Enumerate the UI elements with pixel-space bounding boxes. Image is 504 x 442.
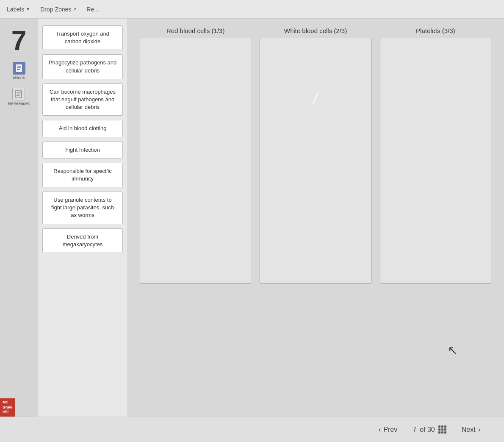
drop-column-col3: Platelets (3/3) — [380, 27, 491, 284]
left-sidebar: 7 eBook References — [0, 19, 38, 417]
top-bar: Labels ▼ Drop Zones ↗ Re... — [0, 0, 504, 19]
svg-rect-1 — [17, 66, 21, 67]
page-indicator: 7 of 30 — [413, 425, 446, 434]
drop-zones-tab-text: Drop Zones — [40, 6, 71, 13]
next-button[interactable]: Next › — [455, 423, 487, 437]
svg-rect-2 — [17, 67, 21, 68]
label-card-7[interactable]: Derived from megakaryocytes — [42, 228, 123, 253]
current-page: 7 — [413, 426, 416, 434]
label-card-2[interactable]: Can become macrophages that engulf patho… — [42, 83, 123, 116]
references-label: References — [8, 101, 30, 106]
references-tool[interactable]: References — [8, 88, 30, 106]
label-card-6[interactable]: Use granule contents to fight large para… — [42, 192, 123, 224]
labels-panel: Transport oxygen and carbon dioxidePhago… — [38, 19, 127, 417]
main-area: 7 eBook References — [0, 19, 504, 417]
reset-tab-text: Re... — [86, 6, 99, 13]
drop-column-header-col2: White blood cells (2/3) — [260, 27, 371, 34]
svg-rect-7 — [17, 95, 19, 96]
references-icon — [12, 88, 25, 100]
logo-line2: Graw — [3, 405, 12, 410]
ebook-label: eBook — [13, 75, 25, 80]
drop-column-col2: White blood cells (2/3)/ — [260, 27, 371, 284]
label-card-3[interactable]: Aid in blood clotting — [42, 120, 123, 137]
ebook-icon — [13, 62, 25, 75]
logo-line3: Hill — [3, 410, 12, 415]
drop-zones-tab[interactable]: Drop Zones ↗ — [40, 6, 76, 13]
labels-arrow-icon: ▼ — [26, 7, 30, 11]
label-card-4[interactable]: Fight Infection — [42, 142, 123, 158]
svg-rect-5 — [17, 92, 21, 93]
svg-rect-6 — [17, 94, 21, 95]
prev-arrow-icon: ‹ — [379, 426, 381, 434]
drop-area: Red blood cells (1/3)White blood cells (… — [127, 19, 504, 417]
ebook-tool[interactable]: eBook — [13, 62, 25, 80]
labels-tab-text: Labels — [7, 6, 24, 13]
label-card-1[interactable]: Phagocytize pathogens and cellular debri… — [42, 54, 123, 79]
drop-zone-box-col1[interactable] — [140, 38, 251, 284]
logo-line1: Mc — [3, 400, 12, 405]
svg-rect-3 — [17, 69, 20, 70]
label-card-0[interactable]: Transport oxygen and carbon dioxide — [42, 25, 123, 50]
slash-mark-icon: / — [313, 89, 318, 108]
label-card-5[interactable]: Responsible for specific immunity — [42, 163, 123, 187]
drop-column-col1: Red blood cells (1/3) — [140, 27, 251, 284]
reset-tab[interactable]: Re... — [86, 6, 99, 13]
drop-column-header-col1: Red blood cells (1/3) — [140, 27, 251, 34]
prev-button[interactable]: ‹ Prev — [372, 423, 404, 437]
drop-zone-box-col3[interactable] — [380, 38, 491, 284]
next-label: Next — [462, 426, 476, 434]
labels-tab[interactable]: Labels ▼ — [7, 6, 30, 13]
drop-zones-arrow-icon: ↗ — [73, 7, 76, 11]
mcgraw-hill-logo: Mc Graw Hill — [0, 398, 15, 417]
grid-icon[interactable] — [438, 425, 446, 434]
bottom-nav: ‹ Prev 7 of 30 Next › — [0, 417, 504, 442]
drop-zone-box-col2[interactable]: / — [260, 38, 371, 284]
question-number: 7 — [11, 27, 27, 54]
drop-columns: Red blood cells (1/3)White blood cells (… — [140, 27, 491, 284]
next-arrow-icon: › — [478, 426, 480, 434]
drop-column-header-col3: Platelets (3/3) — [380, 27, 491, 34]
total-pages: of 30 — [420, 426, 435, 434]
prev-label: Prev — [383, 426, 397, 434]
